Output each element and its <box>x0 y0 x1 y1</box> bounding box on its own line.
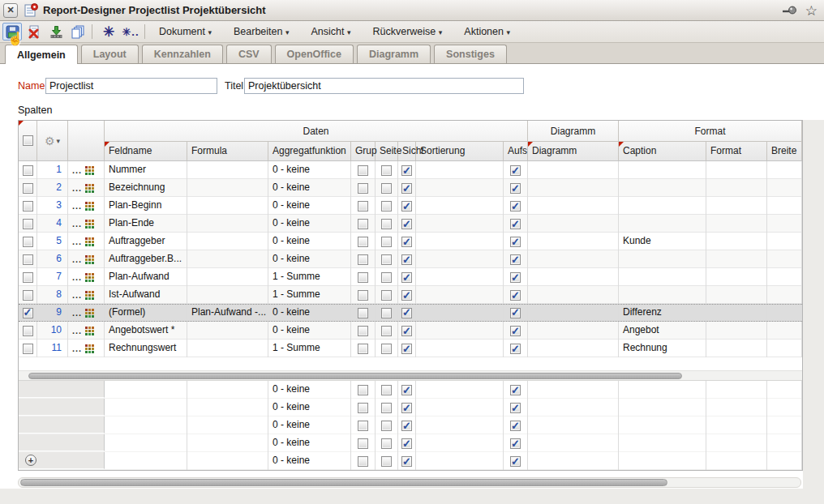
row-actions-cell[interactable]: ... <box>68 268 105 286</box>
cell-seite[interactable] <box>376 250 398 268</box>
cell-sortierung[interactable] <box>416 215 504 233</box>
tab-openoffice[interactable]: OpenOffice <box>275 45 354 63</box>
gear-header-cell[interactable]: ⚙ ▾ <box>37 121 68 160</box>
table-row[interactable]: 2 ... Bezeichnung 0 - keine <box>19 179 802 197</box>
row-checkbox[interactable] <box>23 237 33 247</box>
sicht-checkbox[interactable] <box>401 403 412 413</box>
col-header-aggregat[interactable]: Aggregatfunktion <box>268 142 351 160</box>
new-row[interactable]: + 0 - keine <box>19 381 802 399</box>
cell-aggregat[interactable]: 1 - Summe <box>268 286 351 304</box>
cell-breite[interactable] <box>767 286 802 304</box>
cell-aufs[interactable] <box>504 434 528 452</box>
row-select-cell[interactable] <box>19 179 37 197</box>
cell-seite[interactable] <box>376 161 398 179</box>
sicht-checkbox[interactable] <box>401 201 412 211</box>
cell-sicht[interactable] <box>398 434 416 452</box>
cell-feldname[interactable]: (Formel) <box>105 305 187 321</box>
cell-grup[interactable] <box>351 197 376 215</box>
cell-sicht[interactable] <box>398 381 416 399</box>
cell-diagramm[interactable] <box>528 197 619 215</box>
sicht-checkbox[interactable] <box>401 183 412 194</box>
field-grid-icon[interactable] <box>85 237 94 246</box>
row-menu-button[interactable]: ... <box>72 166 82 174</box>
field-grid-icon[interactable] <box>85 327 94 335</box>
cell-diagramm[interactable] <box>528 322 619 340</box>
field-grid-icon[interactable] <box>85 220 94 229</box>
tab-kennzahlen[interactable]: Kennzahlen <box>142 45 223 63</box>
cell-formula[interactable]: Plan-Aufwand -... <box>187 305 268 321</box>
cell-sortierung[interactable] <box>416 179 504 197</box>
grup-checkbox[interactable] <box>358 219 368 229</box>
cell-caption[interactable] <box>619 452 706 470</box>
row-actions-cell[interactable]: ... <box>68 233 105 250</box>
col-header-aufs[interactable]: Aufs <box>504 142 528 160</box>
cell-sicht[interactable] <box>398 161 416 179</box>
cell-caption[interactable] <box>619 268 706 286</box>
row-select-cell[interactable] <box>19 305 37 321</box>
cell-format[interactable] <box>706 215 767 233</box>
row-menu-button[interactable]: ... <box>72 291 82 299</box>
seite-checkbox[interactable] <box>381 201 392 211</box>
cell-breite[interactable] <box>767 233 802 250</box>
seite-checkbox[interactable] <box>381 456 392 467</box>
grup-checkbox[interactable] <box>358 326 368 336</box>
cell-aggregat[interactable]: 1 - Summe <box>268 340 351 357</box>
favorite-star-icon[interactable]: ☆ <box>805 4 818 18</box>
sicht-checkbox[interactable] <box>401 421 412 431</box>
col-header-feldname[interactable]: Feldname <box>105 142 187 160</box>
cell-formula[interactable] <box>187 434 268 452</box>
cell-feldname[interactable]: Auftraggeber <box>105 233 187 250</box>
row-select-cell[interactable] <box>19 161 37 179</box>
cell-breite[interactable] <box>767 250 802 268</box>
grup-checkbox[interactable] <box>358 344 368 354</box>
row-menu-button[interactable]: ... <box>72 309 82 317</box>
cell-breite[interactable] <box>767 416 802 434</box>
cell-breite[interactable] <box>767 452 802 470</box>
new-row[interactable]: + 0 - keine <box>19 416 802 434</box>
seite-checkbox[interactable] <box>381 344 392 354</box>
cell-seite[interactable] <box>376 286 398 304</box>
row-menu-button[interactable]: ... <box>72 255 82 263</box>
cell-breite[interactable] <box>767 161 802 179</box>
cell-diagramm[interactable] <box>528 416 619 434</box>
new-row[interactable]: + 0 - keine <box>19 452 802 470</box>
cell-aufs[interactable] <box>504 305 528 321</box>
cell-aufs[interactable] <box>504 179 528 197</box>
burst-button[interactable]: ✳ <box>99 23 118 41</box>
aufs-checkbox[interactable] <box>510 165 521 176</box>
cell-caption[interactable]: Angebot <box>619 322 706 340</box>
cell-format[interactable] <box>706 399 767 416</box>
cell-caption[interactable]: Kunde <box>619 233 706 250</box>
cell-breite[interactable] <box>767 268 802 286</box>
sicht-checkbox[interactable] <box>401 290 412 301</box>
aufs-checkbox[interactable] <box>510 326 521 336</box>
cell-format[interactable] <box>706 322 767 340</box>
seite-checkbox[interactable] <box>381 272 392 283</box>
cell-diagramm[interactable] <box>528 286 619 304</box>
select-all-header-cell[interactable] <box>19 121 37 160</box>
cell-seite[interactable] <box>376 179 398 197</box>
row-menu-button[interactable]: ... <box>72 344 82 352</box>
cell-formula[interactable] <box>187 452 268 470</box>
cell-seite[interactable] <box>376 305 398 321</box>
cell-grup[interactable] <box>351 161 376 179</box>
cell-sortierung[interactable] <box>416 250 504 268</box>
new-row[interactable]: + 0 - keine <box>19 399 802 416</box>
cell-formula[interactable] <box>187 197 268 215</box>
cell-seite[interactable] <box>376 340 398 357</box>
cell-format[interactable] <box>706 305 767 321</box>
cell-grup[interactable] <box>351 179 376 197</box>
aufs-checkbox[interactable] <box>510 456 521 467</box>
cell-sicht[interactable] <box>398 268 416 286</box>
row-select-cell[interactable] <box>19 215 37 233</box>
cell-aufs[interactable] <box>504 268 528 286</box>
cell-format[interactable] <box>706 268 767 286</box>
cell-aufs[interactable] <box>504 250 528 268</box>
row-checkbox[interactable] <box>23 201 33 211</box>
row-actions-cell[interactable]: ... <box>68 340 105 357</box>
cell-format[interactable] <box>706 161 767 179</box>
cell-aufs[interactable] <box>504 322 528 340</box>
horizontal-scrollbar-bottom[interactable] <box>18 477 801 488</box>
cell-breite[interactable] <box>767 197 802 215</box>
cell-sicht[interactable] <box>398 215 416 233</box>
